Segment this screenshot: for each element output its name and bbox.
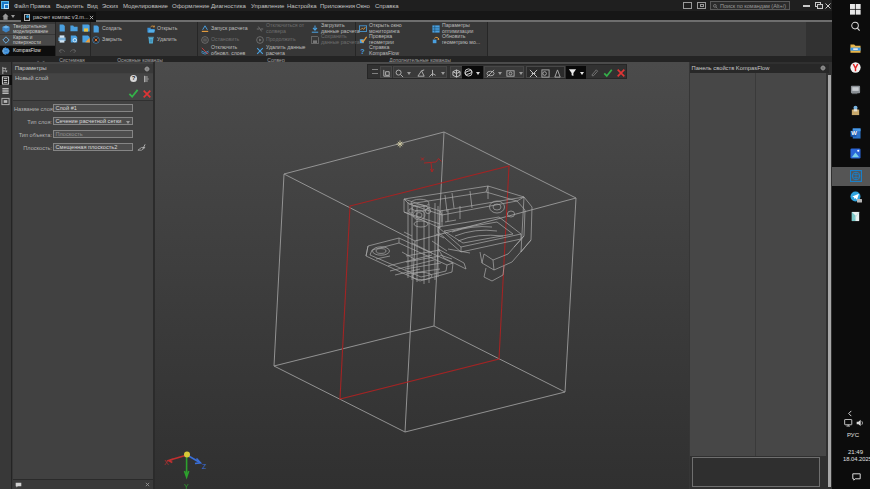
svg-text:W: W xyxy=(851,130,857,136)
svg-text:?: ? xyxy=(360,47,364,55)
svg-text:Z: Z xyxy=(202,463,207,470)
svg-text:X: X xyxy=(164,459,169,466)
svg-text:Y: Y xyxy=(184,483,189,489)
